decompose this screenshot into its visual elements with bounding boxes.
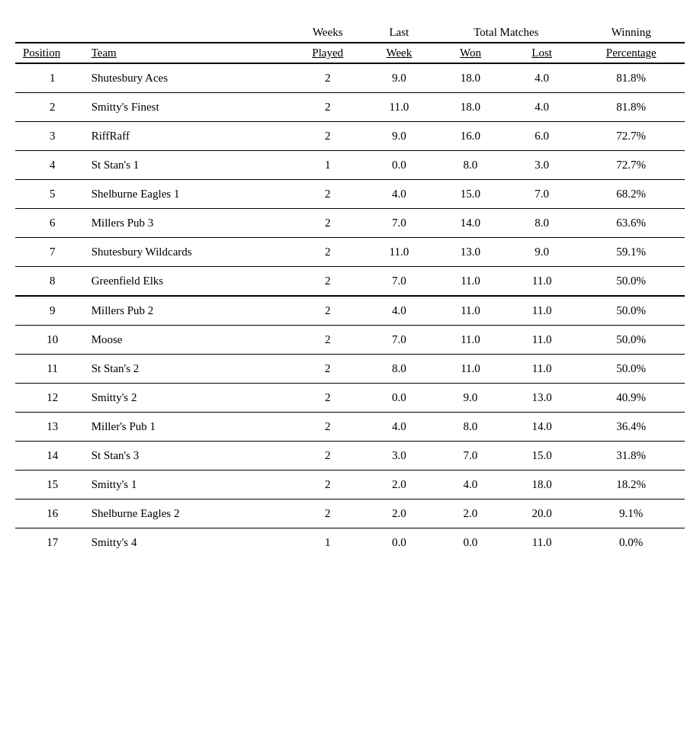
table-row: 7 Shutesbury Wildcards 2 11.0 13.0 9.0 5… bbox=[15, 238, 685, 267]
cell-lost: 7.0 bbox=[506, 180, 578, 209]
cell-position: 3 bbox=[15, 122, 87, 151]
cell-weeks: 2 bbox=[292, 267, 364, 297]
cell-pct: 40.9% bbox=[577, 384, 685, 413]
cell-team: Shutesbury Aces bbox=[87, 63, 292, 93]
table-row: 5 Shelburne Eagles 1 2 4.0 15.0 7.0 68.2… bbox=[15, 180, 685, 209]
cell-position: 4 bbox=[15, 151, 87, 180]
cell-last-week: 4.0 bbox=[364, 296, 435, 326]
cell-position: 15 bbox=[15, 471, 87, 499]
table-row: 10 Moose 2 7.0 11.0 11.0 50.0% bbox=[15, 326, 685, 355]
cell-team: Moose bbox=[87, 326, 292, 355]
table-row: 8 Greenfield Elks 2 7.0 11.0 11.0 50.0% bbox=[15, 267, 685, 297]
cell-lost: 4.0 bbox=[506, 63, 578, 93]
cell-lost: 14.0 bbox=[506, 413, 578, 442]
cell-last-week: 7.0 bbox=[364, 209, 435, 238]
cell-last-week: 9.0 bbox=[364, 122, 435, 151]
cell-weeks: 1 bbox=[292, 151, 364, 180]
cell-won: 8.0 bbox=[435, 151, 506, 180]
cell-pct: 59.1% bbox=[577, 238, 685, 267]
cell-pct: 50.0% bbox=[577, 355, 685, 384]
cell-position: 13 bbox=[15, 413, 87, 442]
cell-won: 8.0 bbox=[435, 413, 506, 442]
cell-pct: 72.7% bbox=[577, 151, 685, 180]
cell-weeks: 2 bbox=[292, 122, 364, 151]
cell-won: 18.0 bbox=[435, 63, 506, 93]
cell-won: 9.0 bbox=[435, 384, 506, 413]
cell-team: Greenfield Elks bbox=[87, 267, 292, 297]
cell-pct: 31.8% bbox=[577, 442, 685, 471]
table-row: 4 St Stan's 1 1 0.0 8.0 3.0 72.7% bbox=[15, 151, 685, 180]
header-blank-team bbox=[87, 23, 292, 43]
cell-position: 8 bbox=[15, 267, 87, 297]
header-won: Won bbox=[435, 43, 506, 63]
cell-team: Millers Pub 3 bbox=[87, 209, 292, 238]
cell-last-week: 4.0 bbox=[364, 413, 435, 442]
header-lost: Lost bbox=[506, 43, 578, 63]
cell-position: 14 bbox=[15, 442, 87, 471]
cell-weeks: 2 bbox=[292, 471, 364, 499]
cell-won: 18.0 bbox=[435, 93, 506, 122]
cell-weeks: 2 bbox=[292, 238, 364, 267]
cell-lost: 11.0 bbox=[506, 296, 578, 326]
cell-won: 11.0 bbox=[435, 267, 506, 297]
cell-won: 14.0 bbox=[435, 209, 506, 238]
cell-won: 4.0 bbox=[435, 471, 506, 499]
cell-team: Shutesbury Wildcards bbox=[87, 238, 292, 267]
cell-team: Millers Pub 2 bbox=[87, 296, 292, 326]
cell-team: RiffRaff bbox=[87, 122, 292, 151]
header-position: Position bbox=[15, 43, 87, 63]
cell-position: 2 bbox=[15, 93, 87, 122]
cell-pct: 68.2% bbox=[577, 180, 685, 209]
cell-won: 15.0 bbox=[435, 180, 506, 209]
header-percentage: Percentage bbox=[577, 43, 685, 63]
cell-pct: 50.0% bbox=[577, 267, 685, 297]
cell-lost: 8.0 bbox=[506, 209, 578, 238]
cell-last-week: 7.0 bbox=[364, 267, 435, 297]
cell-lost: 6.0 bbox=[506, 122, 578, 151]
cell-pct: 36.4% bbox=[577, 413, 685, 442]
cell-weeks: 2 bbox=[292, 180, 364, 209]
cell-last-week: 11.0 bbox=[364, 238, 435, 267]
cell-last-week: 11.0 bbox=[364, 93, 435, 122]
cell-team: St Stan's 3 bbox=[87, 442, 292, 471]
cell-won: 0.0 bbox=[435, 528, 506, 557]
cell-pct: 9.1% bbox=[577, 499, 685, 528]
header-blank-position bbox=[15, 23, 87, 43]
cell-team: St Stan's 1 bbox=[87, 151, 292, 180]
cell-position: 17 bbox=[15, 528, 87, 557]
cell-pct: 50.0% bbox=[577, 296, 685, 326]
cell-lost: 11.0 bbox=[506, 528, 578, 557]
cell-position: 9 bbox=[15, 296, 87, 326]
cell-pct: 81.8% bbox=[577, 93, 685, 122]
header-total-matches: Total Matches bbox=[435, 23, 577, 43]
cell-won: 7.0 bbox=[435, 442, 506, 471]
cell-weeks: 2 bbox=[292, 326, 364, 355]
cell-weeks: 2 bbox=[292, 93, 364, 122]
cell-position: 10 bbox=[15, 326, 87, 355]
table-row: 12 Smitty's 2 2 0.0 9.0 13.0 40.9% bbox=[15, 384, 685, 413]
cell-team: Smitty's 1 bbox=[87, 471, 292, 499]
cell-position: 6 bbox=[15, 209, 87, 238]
cell-team: Smitty's Finest bbox=[87, 93, 292, 122]
cell-last-week: 7.0 bbox=[364, 326, 435, 355]
cell-weeks: 2 bbox=[292, 499, 364, 528]
cell-weeks: 2 bbox=[292, 413, 364, 442]
header-week: Week bbox=[364, 43, 435, 63]
cell-position: 1 bbox=[15, 63, 87, 93]
cell-lost: 3.0 bbox=[506, 151, 578, 180]
table-row: 16 Shelburne Eagles 2 2 2.0 2.0 20.0 9.1… bbox=[15, 499, 685, 528]
cell-team: Smitty's 4 bbox=[87, 528, 292, 557]
cell-team: Shelburne Eagles 2 bbox=[87, 499, 292, 528]
header-last: Last bbox=[364, 23, 435, 43]
cell-position: 11 bbox=[15, 355, 87, 384]
cell-weeks: 2 bbox=[292, 355, 364, 384]
cell-position: 16 bbox=[15, 499, 87, 528]
cell-position: 5 bbox=[15, 180, 87, 209]
cell-lost: 18.0 bbox=[506, 471, 578, 499]
cell-won: 11.0 bbox=[435, 326, 506, 355]
cell-team: Shelburne Eagles 1 bbox=[87, 180, 292, 209]
cell-last-week: 0.0 bbox=[364, 384, 435, 413]
cell-last-week: 3.0 bbox=[364, 442, 435, 471]
cell-team: Smitty's 2 bbox=[87, 384, 292, 413]
cell-lost: 11.0 bbox=[506, 355, 578, 384]
